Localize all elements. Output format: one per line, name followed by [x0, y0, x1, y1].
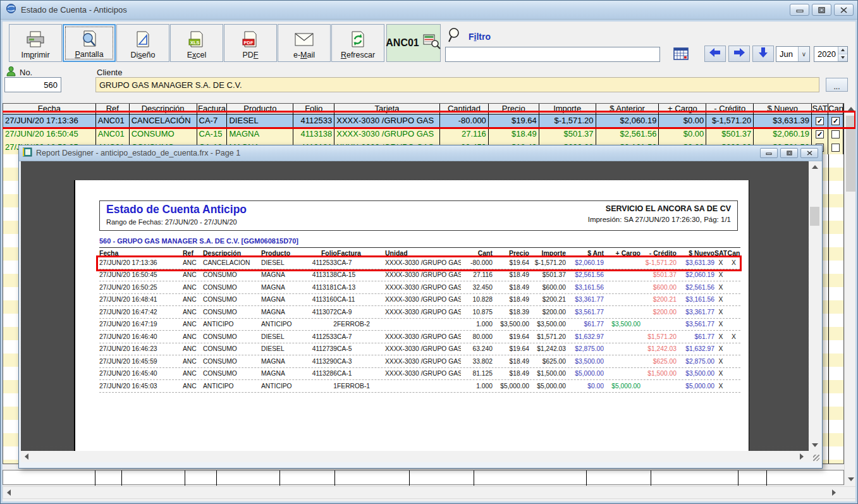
grid-vertical-scrollbar[interactable] [844, 103, 857, 485]
report-cell-cargo: $5,000.00 [604, 383, 640, 390]
arrow-left-button[interactable] [704, 46, 726, 62]
toolbar-button-dise-o[interactable]: Diseño [116, 24, 169, 62]
report-cell-ref: ANC [183, 333, 203, 340]
report-cell-cant: 1.000 [461, 383, 493, 390]
maximize-button[interactable] [812, 4, 831, 16]
arrow-right-icon [733, 47, 745, 60]
report-titlebar[interactable]: Report Designer - anticipo_estado_de_cue… [19, 145, 822, 161]
grid-column-header-ref[interactable]: Ref [96, 104, 130, 114]
grid-column-header-nuevo[interactable]: $ Nuevo [754, 104, 812, 114]
grid-column-header-cantidad[interactable]: Cantidad [440, 104, 489, 114]
toolbar-button-e-mail[interactable]: e-Mail [278, 24, 331, 62]
spin-up-icon[interactable] [838, 47, 847, 54]
scroll-left-icon[interactable] [3, 487, 15, 498]
grid-column-header-sat[interactable]: SAT [812, 104, 828, 114]
grid-column-header-cargo[interactable]: + Cargo [659, 104, 706, 114]
report-cell-nuevo: $2,060.19 [677, 271, 714, 278]
toolbar-button-imprimir[interactable]: Imprimir [9, 24, 62, 62]
report-column-header-producto: Producto [261, 249, 305, 257]
report-scroll-up-icon[interactable] [809, 161, 821, 173]
cell-can [828, 141, 843, 154]
client-name-field[interactable]: GRUPO GAS MANAGER S.A. DE C.V. [95, 77, 819, 92]
scroll-right-icon[interactable] [828, 487, 840, 498]
grid-column-header-fecha[interactable]: Fecha [3, 104, 96, 114]
grid-column-header-tarjeta[interactable]: Tarjeta [334, 104, 440, 114]
grid-column-header-producto[interactable]: Producto [227, 104, 293, 114]
resize-grip[interactable] [809, 451, 821, 462]
toolbar-button-pantalla[interactable]: Pantalla [63, 24, 116, 62]
table-row[interactable]: 27/JUN/20 16:50:45ANC01CONSUMOCA-15MAGNA… [3, 128, 843, 141]
report-cell-ref: ANC [183, 284, 203, 291]
report-cell-ref: ANC [183, 321, 203, 328]
chevron-down-icon[interactable]: ∨ [798, 47, 809, 61]
report-cell-cant: 63.240 [461, 345, 493, 352]
grid-horizontal-scrollbar[interactable] [3, 486, 857, 499]
filter-input[interactable] [445, 47, 660, 62]
report-cell-folio: 4112739 [305, 345, 337, 352]
table-row[interactable]: 27/JUN/20 17:13:36ANC01CANCELACIÓNCA-7DI… [3, 114, 843, 128]
can-checkbox[interactable] [831, 144, 840, 152]
month-select[interactable]: Jun ∨ [776, 46, 810, 62]
grid-column-header-factura[interactable]: Factura [197, 104, 228, 114]
report-cell-factura: CA-7 [337, 259, 385, 266]
report-vertical-scrollbar[interactable] [809, 161, 821, 451]
sat-checkbox[interactable]: ✓ [816, 130, 824, 138]
scroll-down-icon[interactable] [845, 474, 857, 485]
cell-fecha: 27/JUN/20 16:50:45 [3, 128, 96, 141]
report-cell-descripcin: ANTICIPO [203, 383, 261, 390]
grid-column-header-crdito[interactable]: - Crédito [706, 104, 754, 114]
report-cell-folio: 4113286 [305, 370, 337, 377]
grid-column-header-importe[interactable]: Importe [539, 104, 596, 114]
report-cell-nuevo: $5,000.00 [677, 383, 714, 390]
arrow-down-button[interactable] [752, 46, 774, 62]
arrow-right-button[interactable] [728, 46, 750, 62]
minimize-button[interactable] [790, 4, 809, 16]
report-cell-factura: CA-15 [337, 271, 385, 278]
nav-buttons [704, 46, 774, 62]
report-cell-precio: $18.49 [493, 296, 529, 303]
spin-down-icon[interactable] [838, 54, 847, 62]
scroll-up-icon[interactable] [845, 103, 857, 114]
grid-column-header-folio[interactable]: Folio [293, 104, 334, 114]
report-cell-unidad: XXXX-3030 /GRUPO GAS [385, 358, 461, 365]
can-checkbox[interactable]: ✓ [831, 117, 840, 125]
footer-divider [279, 470, 280, 486]
report-table: FechaRefDescripciónProductoFolioFacturaU… [99, 247, 740, 393]
calendar-icon[interactable] [672, 45, 690, 62]
footer-divider [409, 470, 410, 486]
report-close-button[interactable] [800, 148, 818, 158]
report-cell-importe: $600.00 [529, 284, 566, 291]
report-cell-ant: $2,561.56 [566, 271, 604, 278]
can-checkbox[interactable] [831, 130, 840, 138]
report-cell-fecha: 27/JUN/20 16:45:03 [99, 383, 183, 390]
grid-column-header-precio[interactable]: Precio [489, 104, 539, 114]
client-no-input[interactable] [4, 77, 61, 92]
sat-checkbox[interactable]: ✓ [816, 117, 824, 125]
report-scroll-left-icon[interactable] [21, 451, 32, 462]
report-minimize-button[interactable] [760, 148, 778, 158]
year-spinner[interactable]: 2020 [814, 46, 848, 62]
scrollbar-thumb[interactable] [846, 116, 856, 192]
report-scroll-right-icon[interactable] [796, 451, 807, 462]
grid-column-header-can[interactable]: Can [828, 104, 843, 114]
close-button[interactable] [834, 4, 854, 16]
toolbar-button-excel[interactable]: XLSExcel [170, 24, 223, 62]
report-scrollbar-thumb[interactable] [810, 207, 819, 226]
report-cell-factura: CA-7 [337, 333, 385, 340]
screen-preview-icon [79, 28, 99, 50]
client-no-label: No. [20, 68, 32, 77]
report-scroll-down-icon[interactable] [809, 439, 821, 451]
browse-button[interactable]: ... [826, 78, 848, 92]
report-cell-factura: CA-9 [337, 309, 385, 316]
report-maximize-button[interactable] [780, 148, 798, 158]
report-cell-importe: $625.00 [529, 358, 566, 365]
report-cell-fecha: 27/JUN/20 16:45:59 [99, 358, 183, 365]
grid-column-header-anterior[interactable]: $ Anterior [596, 104, 659, 114]
grid-column-header-descripcin[interactable]: Descripción [130, 104, 197, 114]
report-cell-producto: DIESEL [261, 345, 305, 352]
toolbar-button-refrescar[interactable]: Refrescar [331, 24, 384, 62]
report-horizontal-scrollbar[interactable] [21, 451, 809, 462]
toolbar-button-pdf[interactable]: PDFPDF [224, 24, 277, 62]
anc01-button[interactable]: ANC01 [386, 24, 441, 62]
search-icon [447, 27, 463, 46]
